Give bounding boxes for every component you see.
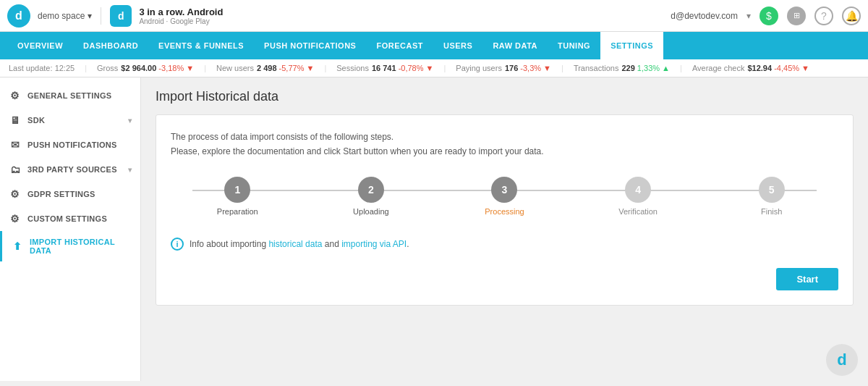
sidebar-item-label: SDK <box>27 116 45 125</box>
sidebar-item-3rd-party[interactable]: 🗂 3RD PARTY SOURCES <box>0 157 140 182</box>
step-label-5: Finish <box>761 207 782 216</box>
dollar-icon[interactable]: $ <box>760 7 778 25</box>
grid-icon[interactable]: ⊞ <box>787 7 806 25</box>
transactions-change: 1,33% ▲ <box>637 64 670 72</box>
step-3: 3 Processing <box>438 177 571 216</box>
step-label-1: Preparation <box>217 207 258 216</box>
step-label-2: Uploading <box>353 207 389 216</box>
stats-bar: Last update: 12:25 | Gross $2 964.00 -3,… <box>0 59 868 77</box>
step-circle-1: 1 <box>224 177 250 203</box>
space-chevron-icon <box>88 11 92 21</box>
sidebar-item-label: GDPR SETTINGS <box>27 190 95 198</box>
third-party-icon: 🗂 <box>9 164 22 175</box>
sessions-change: -0,78% ▼ <box>399 64 434 72</box>
sidebar-item-push-notifications[interactable]: ✉ PUSH NOTIFICATIONS <box>0 133 140 157</box>
new-users-value: 2 498 <box>257 64 277 72</box>
nav-settings[interactable]: SETTINGS <box>600 32 663 59</box>
gross-label: Gross <box>97 64 118 72</box>
historical-data-link[interactable]: historical data <box>268 239 322 249</box>
nav-bar: OVERVIEW DASHBOARD EVENTS & FUNNELS PUSH… <box>0 32 868 59</box>
sidebar-item-label: CUSTOM SETTINGS <box>27 214 107 223</box>
step-circle-5: 5 <box>759 177 785 203</box>
sidebar-item-label: GENERAL SETTINGS <box>27 91 111 100</box>
sessions-value: 16 741 <box>372 64 396 72</box>
gross-value: $2 964.00 <box>121 64 156 72</box>
api-link[interactable]: importing via API <box>341 239 407 249</box>
step-circle-2: 2 <box>358 177 384 203</box>
app-logo-main: d <box>7 4 30 28</box>
sidebar: ⚙ GENERAL SETTINGS 🖥 SDK ✉ PUSH NOTIFICA… <box>0 77 141 381</box>
new-users-change: -5,77% ▼ <box>279 64 315 72</box>
main-content: Import Historical data The process of da… <box>141 77 868 381</box>
step-circle-3: 3 <box>491 177 517 203</box>
sidebar-item-sdk[interactable]: 🖥 SDK <box>0 108 140 133</box>
info-row: i Info about importing historical data a… <box>171 238 838 251</box>
sdk-icon: 🖥 <box>9 114 22 126</box>
avg-check-value: $12.94 <box>747 64 772 72</box>
info-icon: i <box>171 238 184 251</box>
app-name: 3 in a row. Android <box>139 7 223 17</box>
transactions-label: Transactions <box>574 64 619 72</box>
paying-change: -3,3% ▼ <box>520 64 551 72</box>
nav-push-notifications[interactable]: PUSH NOTIFICATIONS <box>254 32 366 59</box>
sidebar-item-general-settings[interactable]: ⚙ GENERAL SETTINGS <box>0 83 140 108</box>
button-row: Start <box>171 268 838 290</box>
page-title: Import Historical data <box>156 89 854 104</box>
stepper: 1 Preparation 2 Uploading 3 Processing <box>171 177 838 216</box>
intro-text: The process of data import consists of t… <box>171 130 838 159</box>
step-label-4: Verification <box>618 207 658 216</box>
nav-forecast[interactable]: FORECAST <box>366 32 433 59</box>
app-platform: Android · Google Play <box>139 17 223 25</box>
divider <box>101 7 101 25</box>
nav-overview[interactable]: OVERVIEW <box>7 32 73 59</box>
sdk-chevron-icon <box>128 117 132 125</box>
last-update-value: 12:25 <box>55 64 75 72</box>
settings-icon: ⚙ <box>9 90 22 101</box>
avg-check-change: -4,45% ▼ <box>774 64 809 72</box>
app-logo: d <box>110 5 132 27</box>
nav-users[interactable]: USERS <box>433 32 482 59</box>
notification-icon[interactable]: 🔔 <box>842 7 861 25</box>
dropdown-icon[interactable]: ▾ <box>746 11 751 21</box>
sessions-label: Sessions <box>336 64 369 72</box>
content-card: The process of data import consists of t… <box>156 114 854 306</box>
paying-label: Paying users <box>456 64 502 72</box>
nav-raw-data[interactable]: RAW DATA <box>482 32 548 59</box>
import-icon: ⬆ <box>11 240 24 252</box>
push-icon: ✉ <box>9 139 22 151</box>
sidebar-item-custom-settings[interactable]: ⚙ CUSTOM SETTINGS <box>0 206 140 231</box>
help-icon[interactable]: ? <box>814 7 833 25</box>
nav-dashboard[interactable]: DASHBOARD <box>73 32 148 59</box>
top-bar-right: d@devtodev.com ▾ $ ⊞ ? 🔔 <box>671 7 861 25</box>
step-2: 2 Uploading <box>305 177 438 216</box>
sidebar-item-label: PUSH NOTIFICATIONS <box>27 140 117 149</box>
app-selector[interactable]: d 3 in a row. Android Android · Google P… <box>110 5 223 27</box>
transactions-value: 229 <box>621 64 634 72</box>
sidebar-item-import-historical[interactable]: ⬆ IMPORT HISTORICAL DATA <box>0 231 140 261</box>
nav-tuning[interactable]: TUNING <box>548 32 600 59</box>
paying-value: 176 <box>505 64 518 72</box>
new-users-label: New users <box>216 64 254 72</box>
nav-events-funnels[interactable]: EVENTS & FUNNELS <box>148 32 254 59</box>
sidebar-item-gdpr[interactable]: ⚙ GDPR SETTINGS <box>0 182 140 206</box>
step-5: 5 Finish <box>705 177 838 216</box>
space-selector[interactable]: demo space <box>38 11 92 21</box>
user-email: d@devtodev.com <box>671 11 738 21</box>
custom-settings-icon: ⚙ <box>9 213 22 225</box>
start-button[interactable]: Start <box>776 268 838 290</box>
top-bar: d demo space d 3 in a row. Android Andro… <box>0 0 868 32</box>
step-circle-4: 4 <box>625 177 651 203</box>
main-layout: ⚙ GENERAL SETTINGS 🖥 SDK ✉ PUSH NOTIFICA… <box>0 77 868 381</box>
last-update-label: Last update: <box>9 64 53 72</box>
step-label-3: Processing <box>485 207 524 216</box>
bottom-logo: d <box>826 344 858 376</box>
sidebar-item-label: IMPORT HISTORICAL DATA <box>30 238 132 255</box>
avg-check-label: Average check <box>692 64 745 72</box>
step-4: 4 Verification <box>571 177 705 216</box>
third-party-chevron-icon <box>128 166 132 174</box>
step-1: 1 Preparation <box>171 177 305 216</box>
sidebar-item-label: 3RD PARTY SOURCES <box>27 165 117 174</box>
gdpr-icon: ⚙ <box>9 188 22 200</box>
gross-change: -3,18% ▼ <box>158 64 194 72</box>
